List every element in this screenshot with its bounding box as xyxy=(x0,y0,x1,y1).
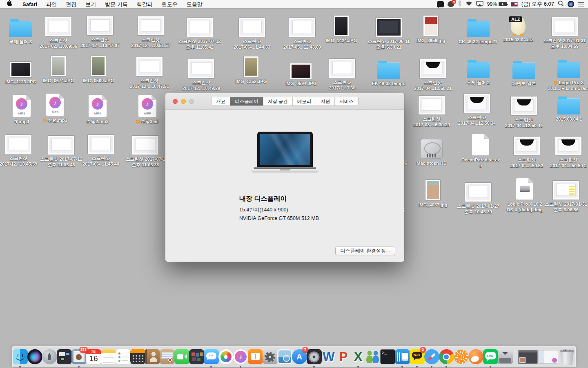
airplay-icon xyxy=(476,1,483,8)
notification-center-menu-item[interactable] xyxy=(578,0,584,9)
dock-contacts[interactable] xyxy=(145,348,160,366)
battery-menu-item[interactable]: 99% xyxy=(487,0,507,9)
menu-item[interactable]: 방문 기록 xyxy=(100,0,132,9)
dock-app-store[interactable]: A7 xyxy=(292,348,307,366)
menu-item[interactable]: 파일 xyxy=(42,0,61,9)
dock-messenger[interactable] xyxy=(365,348,380,366)
desktop-icon-shot[interactable]: 스크린샷2017-12-...10.47.07 xyxy=(74,11,127,48)
dock-installer[interactable] xyxy=(498,348,512,366)
apple-menu[interactable] xyxy=(0,0,18,9)
icon-label: 슈탱.mp3 xyxy=(43,117,67,123)
running-indicator xyxy=(357,366,359,368)
desktop-icon-alz[interactable]: ALZ2015.03.04.alz xyxy=(492,11,545,43)
input-source-menu-item[interactable] xyxy=(511,0,518,9)
icon-label: 스크린샷2017-12-...10.47.07 xyxy=(80,37,120,48)
dock-reminders[interactable] xyxy=(116,348,130,366)
dock-terminal[interactable]: >_ xyxy=(380,348,395,366)
dock-powerpoint[interactable]: P xyxy=(336,348,351,366)
desktop-icon-photo[interactable]: IMG_0500.JPG xyxy=(72,52,125,83)
dock-launchpad[interactable] xyxy=(42,348,57,366)
dock-system-preferences[interactable] xyxy=(263,348,277,366)
dock-finder[interactable] xyxy=(13,348,27,366)
desktop-icon-shot[interactable]: 스크린샷2017-04....50.50 2 xyxy=(542,132,588,168)
dock-mail[interactable]: 373 xyxy=(71,348,86,366)
menu-item[interactable]: 도움말 xyxy=(182,0,207,9)
airplay-menu-item[interactable] xyxy=(476,0,483,9)
desktop-icon-folder[interactable]: 무제 폴더 2 xyxy=(452,54,505,85)
menu-item[interactable]: 책갈피 xyxy=(132,0,157,9)
running-indicator xyxy=(210,366,212,368)
desktop-icon-hdd[interactable]: Macintosh HD xyxy=(405,135,458,166)
tab-디스플레이[interactable]: 디스플레이 xyxy=(230,97,263,105)
dock-kakaotalk[interactable]: TALK2 xyxy=(410,348,424,366)
desktop-icon-shot[interactable]: 스크린샷2017-12...10.49.29 xyxy=(175,54,228,91)
dock-stationery[interactable] xyxy=(160,348,174,366)
desktop-icon-shot[interactable]: 스크린샷2017-06-...1.44.33 xyxy=(225,13,278,50)
desktop-icon-photo[interactable]: IMG_1352.JPG xyxy=(225,53,278,84)
tab-메모리[interactable]: 메모리 xyxy=(293,97,316,105)
contacts-icon xyxy=(145,349,160,364)
window-titlebar[interactable]: 개요디스플레이저장 공간메모리지원서비스 xyxy=(165,93,404,110)
desktop-icon-folder[interactable]: Logic Pro X10.1.1 Fu...on Crack xyxy=(542,54,588,91)
desktop-icon-shot[interactable]: 스크린샷2017-12-...10.47.51 xyxy=(123,52,176,89)
minimize-button[interactable] xyxy=(181,99,186,104)
running-indicator xyxy=(19,366,21,368)
tab-지원[interactable]: 지원 xyxy=(316,97,335,105)
desktop-icon-shot[interactable]: 스크린샷 2017-07-12오후 11.05.42 xyxy=(173,13,226,50)
desktop-icon-shot[interactable]: 스크린샷 2017-07-1오후 11.05.38 xyxy=(119,131,172,168)
wifi-menu-item[interactable] xyxy=(466,0,472,9)
tab-저장 공간[interactable]: 저장 공간 xyxy=(263,97,293,105)
dock-hangul[interactable] xyxy=(395,348,410,366)
tab-서비스[interactable]: 서비스 xyxy=(335,97,358,105)
icon-label: 2015.03.04.alz xyxy=(503,37,533,43)
dock-photo-booth[interactable] xyxy=(189,348,204,366)
display-preferences-button[interactable]: 디스플레이 환경설정... xyxy=(335,247,395,255)
desktop-icon-shot[interactable]: 스크린샷 2017-01-27오후 10.45.39 xyxy=(452,178,505,215)
desktop-icon-shot[interactable]: 스크린샷 2017-01-31오후 10.04.59 xyxy=(538,12,588,49)
dock-gom-player[interactable] xyxy=(468,348,483,366)
tab-개요[interactable]: 개요 xyxy=(212,97,230,105)
dock-logic-pro[interactable] xyxy=(307,348,321,366)
dock-chrome[interactable] xyxy=(439,348,454,366)
dock-trash[interactable] xyxy=(559,348,575,366)
menu-item[interactable]: 편집 xyxy=(61,0,81,9)
dock-minimized-window-itunes[interactable] xyxy=(538,348,559,366)
dock-mission-control[interactable] xyxy=(57,348,71,366)
chat-menu-item[interactable]: N xyxy=(448,0,454,9)
menu-clock[interactable]: (금) 오후 6:07 xyxy=(521,0,554,9)
desktop-icon-photo[interactable]: IMG_1424.JPG xyxy=(315,12,368,43)
close-button[interactable] xyxy=(173,99,178,104)
spotlight-menu-item[interactable] xyxy=(558,0,564,9)
desktop-icon-shot[interactable]: 스크린샷2017-04...12.50.34 xyxy=(450,89,503,126)
dock-notes[interactable] xyxy=(101,348,116,366)
dock-excel[interactable]: X xyxy=(351,348,365,366)
desktop-icon-shot[interactable]: 스크린샷 2017-01-31오후 6.06.56 xyxy=(539,176,588,213)
dock-siri[interactable] xyxy=(27,348,42,366)
dock-minimized-window-logic[interactable] xyxy=(518,348,538,366)
menu-app-name[interactable]: Safari xyxy=(18,0,42,9)
dock-word[interactable]: W xyxy=(321,348,336,366)
dock-calendar[interactable]: 2월16 xyxy=(86,348,101,366)
dock-calculator[interactable] xyxy=(130,348,145,366)
desktop-icon-mp3[interactable]: ♪MP3슈탱2.mp3 xyxy=(71,93,124,124)
dock-ibooks[interactable] xyxy=(248,348,263,366)
bluetooth-menu-item[interactable] xyxy=(458,0,462,9)
dock-line[interactable]: LINE xyxy=(483,348,498,366)
dock-photos[interactable] xyxy=(218,348,233,366)
dock-preview[interactable] xyxy=(277,348,292,366)
siri-menu-item[interactable] xyxy=(568,0,574,9)
desktop-icon-photo[interactable]: IMG_3956.jpg xyxy=(404,12,457,43)
dock-safari[interactable] xyxy=(424,348,439,366)
desktop-icon-doc[interactable]: OceanParadise.exe xyxy=(454,132,507,168)
dock-messages[interactable] xyxy=(204,348,218,366)
desktop-icon-shot[interactable]: 스크린샷2017-12-...10.51.57 xyxy=(124,11,177,48)
menu-item[interactable]: 보기 xyxy=(81,0,100,9)
line-menu-item[interactable] xyxy=(437,0,444,9)
icon-label: 스크린샷 2017-01-31오후 10.04.59 xyxy=(543,38,586,49)
desktop-icon-folder[interactable]: 2015.03.04 1 xyxy=(542,91,588,122)
menu-item[interactable]: 윈도우 xyxy=(157,0,182,9)
dock-itunes[interactable]: ♪ xyxy=(233,348,248,366)
dock-facetime[interactable] xyxy=(174,348,189,366)
dock-orange-player[interactable] xyxy=(454,348,468,366)
icon-label: 스크린샷2017-12...10.45.59 xyxy=(0,155,37,167)
